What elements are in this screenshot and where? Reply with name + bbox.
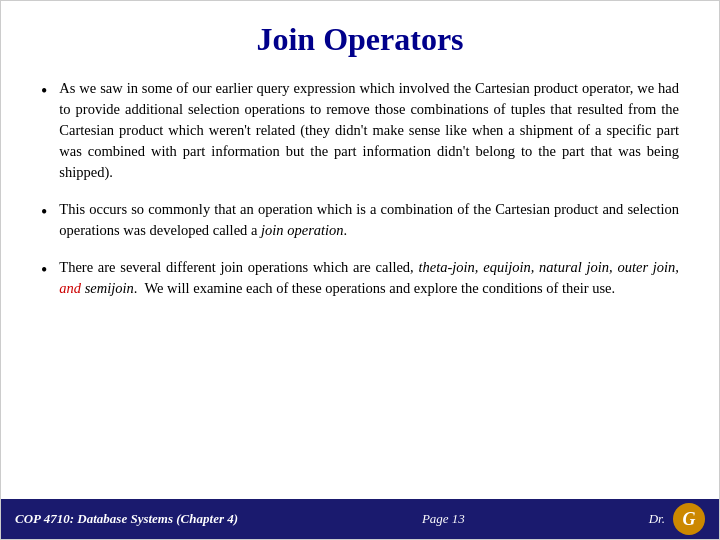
logo: G xyxy=(673,503,705,535)
bullet-list: • As we saw in some of our earlier query… xyxy=(41,78,679,299)
italic-join-types: theta-join, equijoin, natural join, oute… xyxy=(418,259,679,275)
bullet-dot-2: • xyxy=(41,200,47,225)
italic-semijoin: semijoin xyxy=(85,280,134,296)
footer-page: Page 13 xyxy=(422,511,465,527)
bullet-text-1: As we saw in some of our earlier query e… xyxy=(59,78,679,183)
logo-icon: G xyxy=(683,509,696,530)
bullet-item-1: • As we saw in some of our earlier query… xyxy=(41,78,679,183)
slide: Join Operators • As we saw in some of ou… xyxy=(0,0,720,540)
footer-right: Dr. G xyxy=(649,503,705,535)
bullet-dot-3: • xyxy=(41,258,47,283)
italic-join: join operation xyxy=(261,222,344,238)
bullet-dot-1: • xyxy=(41,79,47,104)
footer-course: COP 4710: Database Systems (Chapter 4) xyxy=(15,511,238,527)
slide-footer: COP 4710: Database Systems (Chapter 4) P… xyxy=(1,499,719,539)
bullet-text-2: This occurs so commonly that an operatio… xyxy=(59,199,679,241)
slide-content: Join Operators • As we saw in some of ou… xyxy=(1,1,719,499)
italic-and: and xyxy=(59,280,81,296)
footer-dr: Dr. xyxy=(649,511,665,527)
bullet-item-2: • This occurs so commonly that an operat… xyxy=(41,199,679,241)
bullet-text-3: There are several different join operati… xyxy=(59,257,679,299)
bullet-item-3: • There are several different join opera… xyxy=(41,257,679,299)
slide-title: Join Operators xyxy=(41,21,679,58)
